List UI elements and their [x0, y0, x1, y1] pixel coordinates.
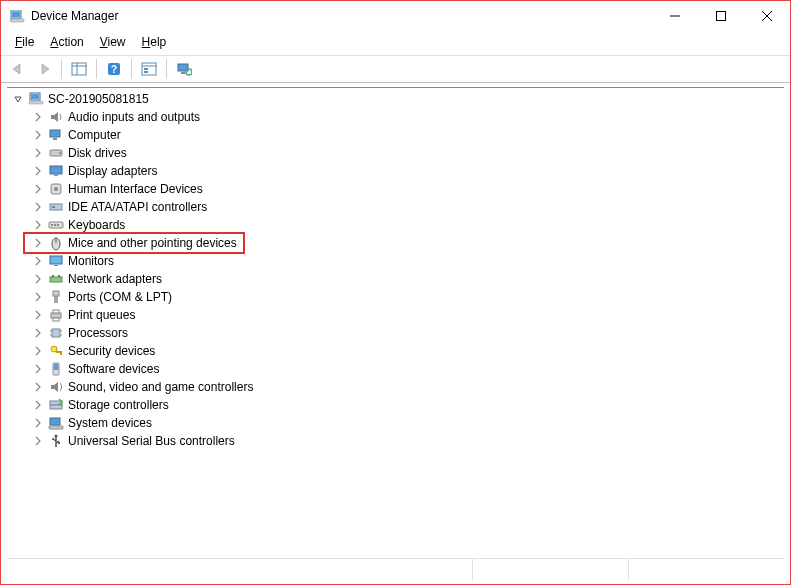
expand-icon[interactable] — [31, 254, 45, 268]
tree-root-node[interactable]: SC-201905081815 — [7, 90, 784, 108]
tree-node-label: System devices — [67, 416, 152, 430]
tree-node[interactable]: Universal Serial Bus controllers — [27, 432, 784, 450]
tree-node[interactable]: IDE ATA/ATAPI controllers — [27, 198, 784, 216]
svg-rect-21 — [29, 101, 43, 104]
maximize-button[interactable] — [698, 1, 744, 31]
expand-icon[interactable] — [31, 182, 45, 196]
svg-rect-27 — [54, 175, 58, 176]
minimize-button[interactable] — [652, 1, 698, 31]
expand-icon[interactable] — [31, 308, 45, 322]
expand-icon[interactable] — [31, 434, 45, 448]
tree-node-label: Display adapters — [67, 164, 157, 178]
svg-rect-4 — [717, 12, 726, 21]
tree-node-label: Security devices — [67, 344, 155, 358]
toolbar-separator — [96, 59, 97, 79]
svg-rect-23 — [53, 138, 57, 140]
keyboard-icon — [48, 217, 64, 233]
menu-help[interactable]: Help — [136, 33, 173, 51]
svg-rect-2 — [10, 19, 24, 22]
svg-rect-15 — [144, 71, 148, 73]
storage-icon — [48, 397, 64, 413]
tree-node[interactable]: Disk drives — [27, 144, 784, 162]
expand-icon[interactable] — [31, 128, 45, 142]
svg-rect-26 — [50, 166, 62, 174]
collapse-icon[interactable] — [11, 92, 25, 106]
svg-rect-1 — [12, 12, 20, 17]
status-cell — [628, 559, 784, 580]
usb-icon — [48, 433, 64, 449]
print-icon — [48, 307, 64, 323]
tree-node-label: Software devices — [67, 362, 159, 376]
properties-button[interactable] — [138, 58, 160, 80]
monitor-icon — [48, 253, 64, 269]
expand-icon[interactable] — [31, 164, 45, 178]
svg-point-29 — [54, 187, 58, 191]
tree-node-label: Sound, video and game controllers — [67, 380, 253, 394]
expand-icon[interactable] — [31, 218, 45, 232]
tree-node[interactable]: Audio inputs and outputs — [27, 108, 784, 126]
svg-point-64 — [55, 435, 58, 438]
tree-node[interactable]: Print queues — [27, 306, 784, 324]
expand-icon[interactable] — [31, 290, 45, 304]
hid-icon — [48, 181, 64, 197]
tree-root-label: SC-201905081815 — [47, 92, 149, 106]
svg-text:?: ? — [111, 64, 117, 75]
menubar: File Action View Help — [1, 31, 790, 55]
back-button[interactable] — [7, 58, 29, 80]
svg-rect-30 — [50, 204, 62, 210]
scan-hardware-button[interactable] — [173, 58, 195, 80]
device-tree-panel[interactable]: SC-201905081815 Audio inputs and outputs… — [7, 87, 784, 554]
tree-node[interactable]: Processors — [27, 324, 784, 342]
disk-icon — [48, 145, 64, 161]
tree-node[interactable]: Monitors — [27, 252, 784, 270]
tree-node-label: Processors — [67, 326, 128, 340]
help-button[interactable]: ? — [103, 58, 125, 80]
tree-node[interactable]: Storage controllers — [27, 396, 784, 414]
expand-icon[interactable] — [31, 200, 45, 214]
app-icon — [9, 8, 25, 24]
expand-icon[interactable] — [31, 416, 45, 430]
tree-node-label: Network adapters — [67, 272, 162, 286]
tree-node[interactable]: Software devices — [27, 360, 784, 378]
svg-rect-38 — [50, 256, 62, 264]
svg-rect-49 — [52, 329, 60, 337]
port-icon — [48, 289, 64, 305]
statusbar — [7, 558, 784, 580]
forward-button[interactable] — [33, 58, 55, 80]
menu-file[interactable]: File — [9, 33, 40, 51]
svg-rect-17 — [181, 72, 185, 74]
display-icon — [48, 163, 64, 179]
svg-rect-46 — [51, 313, 61, 318]
tree-node[interactable]: Network adapters — [27, 270, 784, 288]
status-cell — [472, 559, 628, 580]
tree-node-label: Computer — [67, 128, 121, 142]
svg-rect-41 — [52, 275, 54, 277]
ide-icon — [48, 199, 64, 215]
close-button[interactable] — [744, 1, 790, 31]
expand-icon[interactable] — [31, 110, 45, 124]
expand-icon[interactable] — [31, 362, 45, 376]
tree-node[interactable]: Display adapters — [27, 162, 784, 180]
network-icon — [48, 271, 64, 287]
tree-node[interactable]: Human Interface Devices — [27, 180, 784, 198]
expand-icon[interactable] — [31, 380, 45, 394]
expand-icon[interactable] — [31, 146, 45, 160]
svg-rect-7 — [72, 63, 86, 75]
svg-rect-48 — [53, 318, 59, 321]
tree-node[interactable]: System devices — [27, 414, 784, 432]
tree-node[interactable]: Security devices — [27, 342, 784, 360]
svg-rect-47 — [53, 310, 59, 313]
expand-icon[interactable] — [31, 344, 45, 358]
tree-node[interactable]: Computer — [27, 126, 784, 144]
show-hide-tree-button[interactable] — [68, 58, 90, 80]
expand-icon[interactable] — [31, 398, 45, 412]
svg-rect-66 — [58, 442, 60, 444]
menu-action[interactable]: Action — [44, 33, 89, 51]
expand-icon[interactable] — [31, 326, 45, 340]
expand-icon[interactable] — [31, 272, 45, 286]
menu-view[interactable]: View — [94, 33, 132, 51]
svg-rect-39 — [54, 265, 58, 266]
tree-node[interactable]: Ports (COM & LPT) — [27, 288, 784, 306]
tree-node[interactable]: Sound, video and game controllers — [27, 378, 784, 396]
audio-icon — [48, 109, 64, 125]
